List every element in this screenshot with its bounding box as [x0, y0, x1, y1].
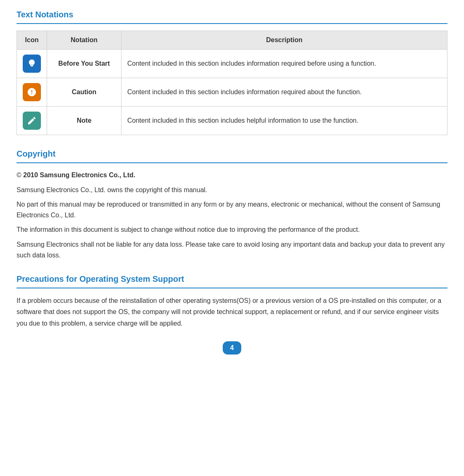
icon-cell [17, 50, 47, 78]
notation-table: Icon Notation Description Before You Sta… [17, 31, 447, 135]
notation-cell: Note [47, 107, 121, 135]
description-cell: Content included in this section include… [121, 78, 447, 107]
copyright-line3: No part of this manual may be reproduced… [17, 199, 447, 220]
icon-cell [17, 78, 47, 107]
col-header-icon: Icon [17, 31, 47, 50]
table-row: Before You StartContent included in this… [17, 50, 447, 78]
copyright-line4: The information in this document is subj… [17, 224, 447, 235]
precautions-title: Precautions for Operating System Support [17, 273, 447, 285]
row-icon-0 [23, 55, 41, 73]
row-icon-2 [23, 112, 41, 130]
notation-cell: Before You Start [47, 50, 121, 78]
copyright-title: Copyright [17, 148, 447, 160]
copyright-symbol: © [17, 171, 23, 178]
copyright-line1: © 2010 Samsung Electronics Co., Ltd. [17, 170, 447, 181]
description-cell: Content included in this section include… [121, 50, 447, 78]
table-header-row: Icon Notation Description [17, 31, 447, 50]
description-cell: Content included in this section include… [121, 107, 447, 135]
col-header-description: Description [121, 31, 447, 50]
text-notations-section: Text Notations Icon Notation Description… [17, 8, 447, 135]
page-number: 4 [223, 341, 241, 355]
col-header-notation: Notation [47, 31, 121, 50]
precautions-section: Precautions for Operating System Support… [17, 273, 447, 329]
page-number-container: 4 [17, 341, 447, 355]
precautions-body: If a problem occurs because of the reins… [17, 295, 447, 329]
icon-cell [17, 107, 47, 135]
copyright-bold: 2010 Samsung Electronics Co., Ltd. [23, 171, 135, 178]
table-row: NoteContent included in this section inc… [17, 107, 447, 135]
copyright-line2: Samsung Electronics Co., Ltd. owns the c… [17, 185, 447, 195]
text-notations-title: Text Notations [17, 8, 447, 21]
copyright-line5: Samsung Electronics shall not be liable … [17, 239, 447, 260]
table-row: CautionContent included in this section … [17, 78, 447, 107]
notation-cell: Caution [47, 78, 121, 107]
copyright-divider [17, 162, 447, 163]
copyright-section: Copyright © 2010 Samsung Electronics Co.… [17, 148, 447, 260]
text-notations-divider [17, 23, 447, 24]
precautions-divider [17, 288, 447, 288]
row-icon-1 [23, 83, 41, 101]
